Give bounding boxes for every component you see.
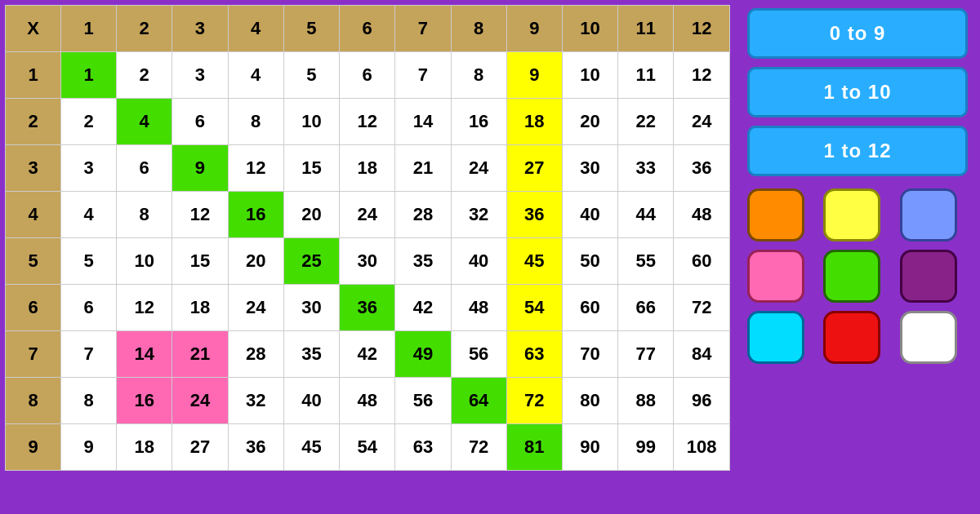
cell-r7-c8[interactable]: 56	[451, 331, 506, 378]
cell-r6-c8[interactable]: 48	[451, 285, 506, 331]
cell-r2-c5[interactable]: 10	[283, 99, 339, 145]
cell-r2-c7[interactable]: 14	[395, 99, 451, 145]
cell-r1-c12[interactable]: 12	[674, 52, 730, 99]
range-1-to-10-button[interactable]: 1 to 10	[747, 67, 968, 117]
cell-r1-c7[interactable]: 7	[395, 52, 451, 99]
cell-r6-c11[interactable]: 66	[618, 285, 674, 331]
cell-r5-c7[interactable]: 35	[395, 238, 451, 285]
range-1-to-12-button[interactable]: 1 to 12	[747, 126, 968, 176]
cell-r8-c5[interactable]: 40	[283, 378, 339, 424]
cell-r7-c12[interactable]: 84	[674, 331, 730, 378]
cell-r4-c12[interactable]: 48	[674, 192, 730, 238]
swatch-yellow[interactable]	[823, 188, 880, 241]
cell-r7-c4[interactable]: 28	[228, 331, 283, 378]
cell-r3-c11[interactable]: 33	[618, 145, 674, 192]
cell-r7-c6[interactable]: 42	[340, 331, 395, 378]
cell-r8-c7[interactable]: 56	[395, 378, 451, 424]
cell-r4-c5[interactable]: 20	[283, 192, 339, 238]
cell-r7-c11[interactable]: 77	[618, 331, 674, 378]
cell-r2-c6[interactable]: 12	[340, 99, 395, 145]
cell-r6-c9[interactable]: 54	[506, 285, 562, 331]
cell-r4-c11[interactable]: 44	[618, 192, 674, 238]
cell-r6-c5[interactable]: 30	[283, 285, 339, 331]
cell-r6-c4[interactable]: 24	[228, 285, 283, 331]
cell-r2-c11[interactable]: 22	[618, 99, 674, 145]
cell-r9-c6[interactable]: 54	[340, 424, 395, 471]
swatch-pink[interactable]	[747, 250, 804, 303]
cell-r5-c3[interactable]: 15	[172, 238, 228, 285]
cell-r7-c7[interactable]: 49	[395, 331, 451, 378]
cell-r2-c2[interactable]: 4	[117, 99, 172, 145]
cell-r8-c3[interactable]: 24	[172, 378, 228, 424]
cell-r5-c11[interactable]: 55	[618, 238, 674, 285]
cell-r1-c1[interactable]: 1	[61, 52, 117, 99]
cell-r9-c3[interactable]: 27	[172, 424, 228, 471]
cell-r4-c2[interactable]: 8	[117, 192, 172, 238]
cell-r3-c9[interactable]: 27	[506, 145, 562, 192]
cell-r8-c1[interactable]: 8	[61, 378, 117, 424]
cell-r6-c1[interactable]: 6	[61, 285, 117, 331]
cell-r9-c12[interactable]: 108	[674, 424, 730, 471]
cell-r1-c8[interactable]: 8	[451, 52, 506, 99]
cell-r9-c11[interactable]: 99	[618, 424, 674, 471]
cell-r1-c3[interactable]: 3	[172, 52, 228, 99]
cell-r5-c8[interactable]: 40	[451, 238, 506, 285]
cell-r5-c9[interactable]: 45	[506, 238, 562, 285]
cell-r1-c11[interactable]: 11	[618, 52, 674, 99]
cell-r8-c2[interactable]: 16	[117, 378, 172, 424]
cell-r3-c2[interactable]: 6	[117, 145, 172, 192]
cell-r5-c5[interactable]: 25	[283, 238, 339, 285]
cell-r3-c10[interactable]: 30	[562, 145, 617, 192]
cell-r6-c12[interactable]: 72	[674, 285, 730, 331]
cell-r5-c4[interactable]: 20	[228, 238, 283, 285]
cell-r5-c12[interactable]: 60	[674, 238, 730, 285]
cell-r9-c8[interactable]: 72	[451, 424, 506, 471]
cell-r1-c6[interactable]: 6	[340, 52, 395, 99]
cell-r7-c2[interactable]: 14	[117, 331, 172, 378]
cell-r8-c12[interactable]: 96	[674, 378, 730, 424]
cell-r3-c1[interactable]: 3	[61, 145, 117, 192]
cell-r2-c8[interactable]: 16	[451, 99, 506, 145]
cell-r2-c3[interactable]: 6	[172, 99, 228, 145]
cell-r1-c5[interactable]: 5	[283, 52, 339, 99]
cell-r5-c1[interactable]: 5	[61, 238, 117, 285]
cell-r7-c10[interactable]: 70	[562, 331, 617, 378]
cell-r9-c10[interactable]: 90	[562, 424, 617, 471]
swatch-red[interactable]	[823, 311, 880, 364]
cell-r9-c2[interactable]: 18	[117, 424, 172, 471]
cell-r3-c12[interactable]: 36	[674, 145, 730, 192]
cell-r2-c10[interactable]: 20	[562, 99, 617, 145]
cell-r4-c8[interactable]: 32	[451, 192, 506, 238]
cell-r8-c6[interactable]: 48	[340, 378, 395, 424]
cell-r4-c9[interactable]: 36	[506, 192, 562, 238]
swatch-orange[interactable]	[747, 188, 804, 241]
cell-r4-c3[interactable]: 12	[172, 192, 228, 238]
range-0-to-9-button[interactable]: 0 to 9	[747, 8, 968, 59]
cell-r3-c3[interactable]: 9	[172, 145, 228, 192]
cell-r7-c9[interactable]: 63	[506, 331, 562, 378]
cell-r7-c3[interactable]: 21	[172, 331, 228, 378]
swatch-purple-dark[interactable]	[900, 250, 957, 303]
cell-r4-c7[interactable]: 28	[395, 192, 451, 238]
cell-r9-c4[interactable]: 36	[228, 424, 283, 471]
cell-r3-c7[interactable]: 21	[395, 145, 451, 192]
cell-r5-c6[interactable]: 30	[340, 238, 395, 285]
cell-r3-c4[interactable]: 12	[228, 145, 283, 192]
cell-r5-c10[interactable]: 50	[562, 238, 617, 285]
cell-r8-c9[interactable]: 72	[506, 378, 562, 424]
swatch-white[interactable]	[900, 311, 957, 364]
cell-r1-c2[interactable]: 2	[117, 52, 172, 99]
swatch-green[interactable]	[823, 250, 880, 303]
cell-r9-c7[interactable]: 63	[395, 424, 451, 471]
swatch-cyan[interactable]	[747, 311, 804, 364]
cell-r8-c10[interactable]: 80	[562, 378, 617, 424]
cell-r4-c1[interactable]: 4	[61, 192, 117, 238]
cell-r8-c4[interactable]: 32	[228, 378, 283, 424]
cell-r1-c10[interactable]: 10	[562, 52, 617, 99]
cell-r6-c6[interactable]: 36	[340, 285, 395, 331]
cell-r2-c9[interactable]: 18	[506, 99, 562, 145]
cell-r4-c4[interactable]: 16	[228, 192, 283, 238]
cell-r2-c12[interactable]: 24	[674, 99, 730, 145]
cell-r3-c8[interactable]: 24	[451, 145, 506, 192]
cell-r8-c8[interactable]: 64	[451, 378, 506, 424]
